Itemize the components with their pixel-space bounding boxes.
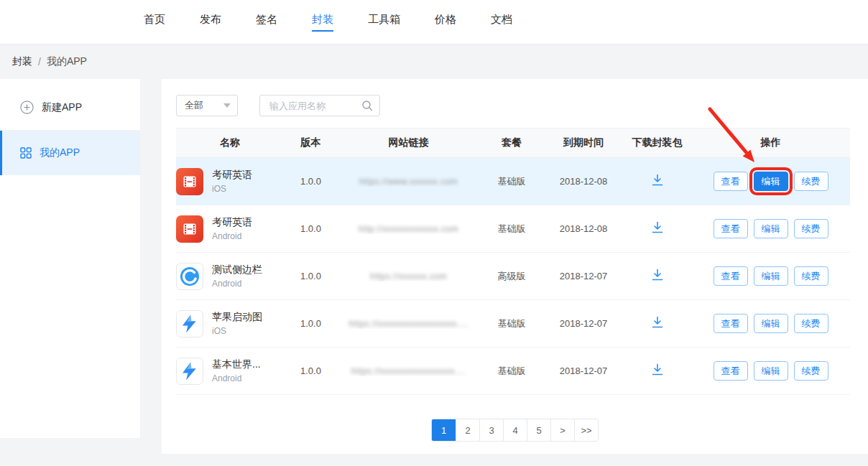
page-button-3[interactable]: 3: [479, 419, 503, 441]
app-link-redacted: http://xxxxxxxxxxxx.com: [359, 224, 459, 234]
page-button-4[interactable]: 4: [503, 419, 527, 441]
nav-item-publish[interactable]: 发布: [200, 13, 221, 32]
table-row: 基本世界... Android 1.0.0 https://xxxxxxxxxx…: [176, 348, 850, 395]
app-expiry: 2018-12-07: [544, 271, 623, 281]
app-version: 1.0.0: [284, 318, 338, 329]
app-name: 考研英语: [212, 169, 252, 182]
swirl-app-icon: [176, 263, 203, 290]
film-reel-app-icon: [176, 215, 203, 243]
view-button[interactable]: 查看: [714, 314, 748, 333]
nav-item-signature[interactable]: 签名: [256, 13, 277, 32]
nav-item-price[interactable]: 价格: [435, 13, 456, 32]
page-button-5[interactable]: 5: [527, 419, 550, 441]
renew-button[interactable]: 续费: [794, 219, 828, 238]
app-version: 1.0.0: [284, 271, 338, 281]
nav-item-home[interactable]: 首页: [144, 13, 165, 32]
app-plan: 基础版: [479, 223, 544, 236]
category-select[interactable]: 全部: [176, 95, 238, 116]
table-row: 苹果启动图 iOS 1.0.0 https://xxxxxxxxxxxxxxxx…: [176, 300, 850, 348]
pagination: 1 2 3 4 5 > >>: [162, 419, 868, 442]
app-expiry: 2018-12-07: [544, 365, 623, 376]
column-header-expiry: 到期时间: [544, 136, 623, 149]
renew-button[interactable]: 续费: [794, 314, 828, 333]
column-header-version: 版本: [284, 136, 338, 149]
nav-item-toolbox[interactable]: 工具箱: [368, 13, 400, 32]
table-row: 测试侧边栏 Android 1.0.0 https://xxxxxx.com 高…: [176, 253, 850, 300]
app-link-redacted: https://xxxxxxxxxxxxxxxxx....: [349, 319, 468, 329]
app-version: 1.0.0: [284, 365, 338, 376]
app-expiry: 2018-12-07: [544, 318, 623, 329]
app-version: 1.0.0: [284, 223, 338, 234]
search-box: [259, 95, 380, 116]
download-icon[interactable]: [650, 268, 665, 282]
breadcrumb-current: 我的APP: [47, 55, 87, 68]
edit-button[interactable]: 编辑: [754, 172, 788, 191]
app-platform: Android: [212, 231, 252, 241]
app-link-redacted: https://www.xxxxxx.com: [359, 177, 458, 187]
next-page-button[interactable]: >: [550, 419, 574, 441]
app-name: 测试侧边栏: [212, 264, 262, 276]
chevron-down-icon: [223, 103, 231, 108]
film-reel-app-icon: [176, 168, 203, 195]
table-header-row: 名称 版本 网站链接 套餐 到期时间 下载封装包 操作: [176, 128, 850, 158]
view-button[interactable]: 查看: [714, 266, 748, 286]
sidebar-item-label: 新建APP: [42, 101, 82, 114]
edit-button[interactable]: 编辑: [754, 219, 788, 238]
nav-item-docs[interactable]: 文档: [491, 13, 512, 32]
search-input[interactable]: [268, 100, 361, 112]
lightning-app-icon: [176, 358, 203, 385]
app-table: 名称 版本 网站链接 套餐 到期时间 下载封装包 操作 考研英语 iOS 1.0…: [176, 128, 850, 395]
view-button[interactable]: 查看: [714, 361, 748, 381]
app-link-redacted: https://xxxxxx.com: [370, 271, 447, 281]
sidebar-item-new-app[interactable]: 新建APP: [0, 85, 140, 131]
last-page-button[interactable]: >>: [574, 419, 598, 441]
sidebar: 新建APP 我的APP: [0, 79, 140, 438]
download-icon[interactable]: [650, 220, 665, 235]
column-header-plan: 套餐: [479, 136, 544, 149]
page-button-2[interactable]: 2: [456, 419, 479, 441]
category-select-value: 全部: [185, 99, 203, 112]
column-header-download: 下载封装包: [623, 136, 691, 149]
column-header-link: 网站链接: [338, 136, 479, 149]
view-button[interactable]: 查看: [714, 219, 748, 238]
breadcrumb: 封装 / 我的APP: [0, 45, 868, 79]
renew-button[interactable]: 续费: [794, 172, 828, 191]
app-platform: iOS: [212, 326, 262, 336]
column-header-name: 名称: [176, 136, 284, 149]
edit-button[interactable]: 编辑: [754, 266, 788, 286]
breadcrumb-section[interactable]: 封装: [12, 55, 32, 68]
lightning-app-icon: [176, 310, 203, 337]
app-platform: iOS: [212, 184, 252, 194]
app-plan: 基础版: [479, 317, 544, 330]
renew-button[interactable]: 续费: [794, 266, 828, 286]
page-button-1[interactable]: 1: [432, 419, 456, 441]
grid-icon: [20, 147, 32, 159]
download-icon[interactable]: [650, 173, 665, 187]
app-plan: 高级版: [479, 270, 544, 283]
app-plan: 基础版: [479, 365, 544, 378]
app-plan: 基础版: [479, 175, 544, 188]
app-link-redacted: https://xxxxxxxxxxxxxxxx....: [351, 366, 466, 376]
edit-button[interactable]: 编辑: [754, 361, 788, 381]
view-button[interactable]: 查看: [714, 172, 748, 191]
sidebar-item-my-app[interactable]: 我的APP: [0, 131, 140, 175]
app-name: 苹果启动图: [212, 311, 262, 324]
main-content: 全部 名称 版本 网站链接 套餐 到期时间 下载封装包 操作: [162, 79, 868, 454]
table-row: 考研英语 iOS 1.0.0 https://www.xxxxxx.com 基础…: [176, 158, 850, 205]
breadcrumb-separator: /: [38, 56, 41, 67]
top-navigation: 首页 发布 签名 封装 工具箱 价格 文档: [0, 0, 868, 45]
search-icon[interactable]: [361, 99, 374, 112]
sidebar-item-label: 我的APP: [40, 146, 80, 159]
download-icon[interactable]: [650, 363, 665, 377]
app-name: 基本世界...: [212, 358, 261, 371]
renew-button[interactable]: 续费: [794, 361, 828, 381]
app-expiry: 2018-12-08: [544, 223, 623, 234]
edit-button[interactable]: 编辑: [754, 314, 788, 333]
app-platform: Android: [212, 279, 262, 289]
filter-row: 全部: [162, 79, 868, 128]
app-platform: Android: [212, 373, 261, 383]
download-icon[interactable]: [650, 315, 665, 330]
app-name: 考研英语: [212, 216, 252, 229]
nav-item-packaging[interactable]: 封装: [312, 13, 333, 32]
app-expiry: 2018-12-08: [544, 176, 623, 187]
